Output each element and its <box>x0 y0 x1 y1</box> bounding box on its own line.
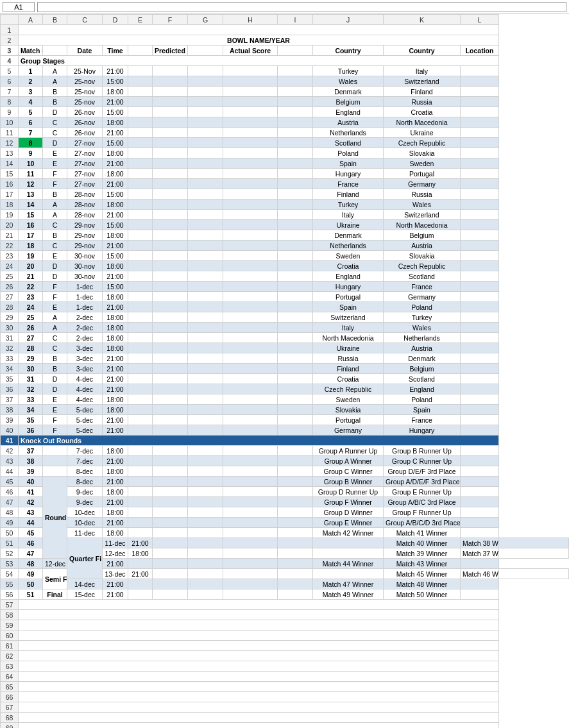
empty-row: 59 <box>1 620 569 631</box>
header-col-b <box>43 46 67 56</box>
table-row: 26 22 F 1-dec 15:00 Hungary France <box>1 282 569 292</box>
table-row: 20 16 C 29-nov 15:00 Ukraine North Maced… <box>1 220 569 230</box>
header-col-i <box>278 46 313 56</box>
quarter-finals-label: Quarter Finals <box>67 538 103 579</box>
country2: Italy <box>384 66 461 76</box>
col-header-g[interactable]: G <box>188 15 223 25</box>
round-of-16-label: Round of 16 <box>43 477 67 559</box>
spreadsheet-table: A B C D E F G H I J K L 1 2 BOWL NAME/YE… <box>0 14 569 728</box>
table-row: 51 46 Quarter Finals 11-dec 21:00 Match … <box>1 538 569 548</box>
table-row: 22 18 C 29-nov 21:00 Netherlands Austria <box>1 241 569 251</box>
col-header-f[interactable]: F <box>153 15 188 25</box>
col-header-l[interactable]: L <box>461 15 499 25</box>
knockout-label: Knock Out Rounds <box>19 436 499 446</box>
empty2 <box>188 66 223 76</box>
formula-bar <box>0 0 569 14</box>
table-row: 17 13 B 28-nov 15:00 Finland Russia <box>1 189 569 199</box>
knockout-header-row: 41 Knock Out Rounds <box>1 436 569 446</box>
table-row: 13 9 E 27-nov 18:00 Poland Slovakia <box>1 148 569 158</box>
header-actual: Actual Score <box>223 46 278 56</box>
final-label: Final <box>43 589 67 600</box>
formula-input[interactable] <box>37 2 566 12</box>
header-col-e <box>128 46 153 56</box>
empty <box>128 66 153 76</box>
predicted <box>153 66 188 76</box>
table-row: 16 12 F 27-nov 21:00 France Germany <box>1 179 569 189</box>
col-header-h[interactable]: H <box>223 15 278 25</box>
time: 21:00 <box>103 66 128 76</box>
spreadsheet: A B C D E F G H I J K L 1 2 BOWL NAME/YE… <box>0 0 569 728</box>
empty-row: 60 <box>1 631 569 641</box>
header-predicted: Predicted Score <box>153 46 188 56</box>
table-row: 15 11 F 27-nov 18:00 Hungary Portugal <box>1 169 569 179</box>
table-row: 14 10 E 27-nov 21:00 Spain Sweden <box>1 158 569 169</box>
table-row: 44 39 8-dec 18:00 Group C Winner Group D… <box>1 466 569 477</box>
table-row: 18 14 A 28-nov 18:00 Turkey Wales <box>1 199 569 210</box>
date: 25-Nov <box>67 66 103 76</box>
empty-row: 67 <box>1 702 569 713</box>
col-header-b[interactable]: B <box>43 15 67 25</box>
header-match-num: Match # <box>19 46 43 56</box>
table-row: 28 24 E 1-dec 21:00 Spain Poland <box>1 302 569 312</box>
empty-row: 68 <box>1 713 569 723</box>
table-row: 7 3 B 25-nov 18:00 Denmark Finland <box>1 87 569 97</box>
table-row: 33 29 B 3-dec 21:00 Russia Denmark <box>1 353 569 364</box>
row-num-4: 4 <box>1 56 19 66</box>
corner-cell <box>1 15 19 25</box>
table-row: 43 38 7-dec 21:00 Group A Winner Group C… <box>1 456 569 466</box>
empty-row: 63 <box>1 661 569 672</box>
empty-row: 57 <box>1 600 569 610</box>
column-header-row: A B C D E F G H I J K L <box>1 15 569 25</box>
table-row: 19 15 A 28-nov 21:00 Italy Switzerland <box>1 210 569 220</box>
table-row: 10 6 C 26-nov 18:00 Austria North Macedo… <box>1 117 569 128</box>
table-row: 8 4 B 25-nov 21:00 Belgium Russia <box>1 97 569 107</box>
table-row: 40 36 F 5-dec 21:00 Germany Hungary <box>1 425 569 436</box>
table-row: 31 27 C 2-dec 18:00 North Macedonia Neth… <box>1 333 569 343</box>
header-location: Location <box>461 46 499 56</box>
table-row: 39 35 F 5-dec 21:00 Portugal France <box>1 415 569 425</box>
header-col-g <box>188 46 223 56</box>
col-header-k[interactable]: K <box>384 15 461 25</box>
table-row: 56 51 Final 15-dec 21:00 Match 49 Winner… <box>1 589 569 600</box>
col-header-e[interactable]: E <box>128 15 153 25</box>
table-row: 38 34 E 5-dec 18:00 Slovakia Spain <box>1 405 569 415</box>
table-row: 23 19 E 30-nov 15:00 Sweden Slovakia <box>1 251 569 261</box>
table-row: 12 8 D 27-nov 15:00 Scotland Czech Repub… <box>1 138 569 148</box>
col-header-a[interactable]: A <box>19 15 43 25</box>
row-num-3: 3 <box>1 46 19 56</box>
table-row: 36 32 D 4-dec 21:00 Czech Republic Engla… <box>1 384 569 394</box>
col-header-c[interactable]: C <box>67 15 103 25</box>
group-stages-label: Group Stages <box>19 56 499 66</box>
header-time: Time <box>103 46 128 56</box>
table-row: 42 37 7-dec 18:00 Group A Runner Up Grou… <box>1 446 569 456</box>
empty-row: 64 <box>1 672 569 682</box>
row-num: 6 <box>1 76 19 87</box>
empty3 <box>278 66 313 76</box>
table-row: 45 40 Round of 16 8-dec 21:00 Group B Wi… <box>1 477 569 487</box>
table-row: 25 21 D 30-nov 21:00 England Scotland <box>1 271 569 282</box>
table-row: 50 45 11-dec 18:00 Match 42 Winner Match… <box>1 528 569 538</box>
header-date: Date <box>67 46 103 56</box>
col-header-i[interactable]: I <box>278 15 313 25</box>
table-row: 5 1 A 25-Nov 21:00 Turkey Italy <box>1 66 569 76</box>
table-row: 48 43 10-dec 18:00 Group D Winner Group … <box>1 507 569 518</box>
table-row: 37 33 E 4-dec 18:00 Sweden Poland <box>1 394 569 405</box>
header-country1: Country <box>313 46 384 56</box>
table-row: 29 25 A 2-dec 18:00 Switzerland Turkey <box>1 312 569 323</box>
cell-reference[interactable] <box>3 2 35 12</box>
table-row: 55 50 14-dec 21:00 Match 47 Winner Match… <box>1 579 569 589</box>
table-row: 47 42 9-dec 21:00 Group F Winner Group A… <box>1 497 569 507</box>
match-num: 1 <box>19 66 43 76</box>
row-4-group-stages: 4 Group Stages <box>1 56 569 66</box>
row-num-2: 2 <box>1 35 19 46</box>
empty-row: 65 <box>1 682 569 692</box>
empty-row: 61 <box>1 641 569 651</box>
col-header-d[interactable]: D <box>103 15 128 25</box>
empty-row: 58 <box>1 610 569 620</box>
empty-row: 62 <box>1 651 569 661</box>
location <box>461 66 499 76</box>
row-num: 5 <box>1 66 19 76</box>
table-row: 27 23 F 1-dec 18:00 Portugal Germany <box>1 292 569 302</box>
table-row: 30 26 A 2-dec 18:00 Italy Wales <box>1 323 569 333</box>
col-header-j[interactable]: J <box>313 15 384 25</box>
